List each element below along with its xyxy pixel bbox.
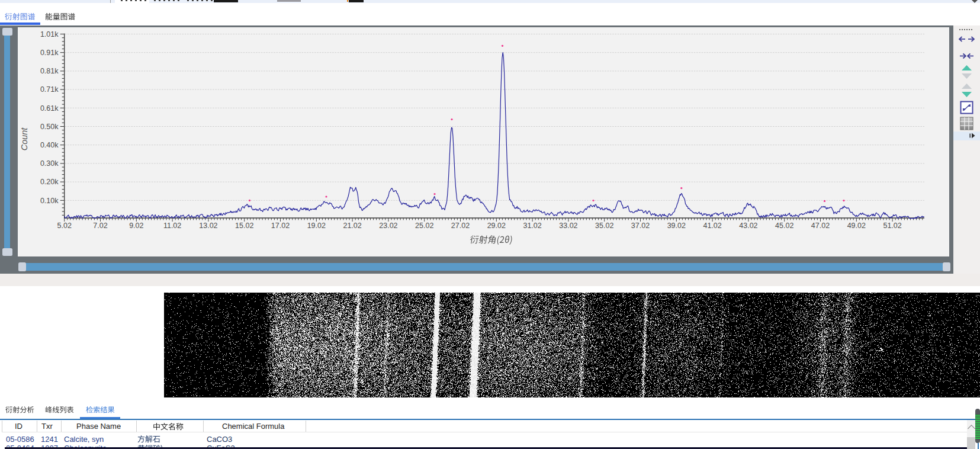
svg-text:11.02: 11.02 [163,222,181,230]
svg-text:Count: Count [20,127,29,151]
svg-text:9.02: 9.02 [129,222,143,230]
svg-text:33.02: 33.02 [559,222,577,230]
svg-text:25.02: 25.02 [415,222,433,230]
svg-text:0.10k: 0.10k [40,197,59,205]
svg-text:5.02: 5.02 [57,222,72,230]
svg-text:1.01k: 1.01k [40,30,59,39]
svg-text:21.02: 21.02 [343,222,361,230]
svg-text:7.02: 7.02 [93,222,107,230]
svg-text:0.61k: 0.61k [40,104,59,113]
svg-text:0.81k: 0.81k [40,67,59,75]
svg-text:27.02: 27.02 [451,222,470,230]
svg-text:0.71k: 0.71k [40,85,59,94]
svg-text:31.02: 31.02 [523,222,541,230]
svg-text:0.30k: 0.30k [40,159,59,168]
svg-text:23.02: 23.02 [379,222,397,230]
svg-text:0.20k: 0.20k [40,178,59,186]
svg-text:47.02: 47.02 [811,222,830,230]
svg-text:45.02: 45.02 [775,222,793,230]
svg-text:51.02: 51.02 [883,222,901,230]
svg-text:0.91k: 0.91k [40,49,59,57]
svg-text:39.02: 39.02 [667,222,686,230]
svg-text:49.02: 49.02 [847,222,866,230]
svg-text:17.02: 17.02 [271,222,290,230]
svg-text:0.40k: 0.40k [40,141,59,149]
svg-text:37.02: 37.02 [631,222,650,230]
svg-text:29.02: 29.02 [487,222,506,230]
svg-text:13.02: 13.02 [199,222,217,230]
svg-text:0.50k: 0.50k [40,123,59,131]
svg-text:43.02: 43.02 [739,222,757,230]
svg-text:41.02: 41.02 [703,222,721,230]
svg-text:35.02: 35.02 [595,222,613,230]
svg-text:15.02: 15.02 [235,222,253,230]
svg-text:19.02: 19.02 [307,222,326,230]
